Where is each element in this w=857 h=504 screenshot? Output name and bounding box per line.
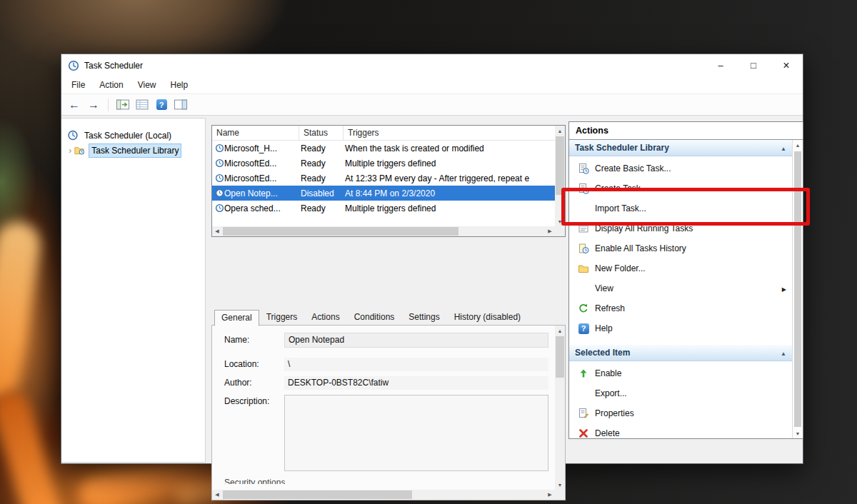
scroll-down-icon[interactable] [793,428,803,438]
submenu-arrow-icon [782,283,786,293]
tab-actions[interactable]: Actions [304,309,346,326]
task-row-selected[interactable]: Open Notep... Disabled At 8:44 PM on 2/3… [212,186,555,201]
scroll-up-icon[interactable] [793,140,803,150]
properties-icon [578,408,589,419]
action-create-basic-task[interactable]: Create Basic Task... [569,158,792,178]
task-triggers: At 12:33 PM every day - After triggered,… [341,173,555,183]
description-label: Description: [224,396,269,406]
task-name: MicrosoftEd... [224,173,296,183]
console-tree-pane: Task Scheduler (Local) Task Scheduler Li… [61,118,206,463]
menu-view[interactable]: View [131,77,164,93]
library-folder-icon [74,145,85,156]
task-list-pane: Name Status Triggers Microsoft_H... Read… [211,125,566,237]
close-button[interactable]: × [770,54,803,76]
scroll-left-icon[interactable] [212,490,222,500]
section-header-label: Task Scheduler Library [575,143,669,153]
new-folder-icon [578,263,589,274]
toolbar-separator [108,99,109,111]
scroll-left-icon[interactable] [212,226,222,236]
scroll-up-icon[interactable] [555,126,565,136]
details-horizontal-scrollbar[interactable] [212,490,555,500]
action-delete[interactable]: Delete [569,423,792,443]
collapse-icon[interactable] [781,143,786,153]
action-new-folder[interactable]: New Folder... [569,258,792,278]
action-label: Create Basic Task... [595,163,671,173]
help-toolbar-button[interactable]: ? [154,99,169,111]
action-view[interactable]: View [569,278,792,298]
column-header-triggers[interactable]: Triggers [344,126,555,140]
action-pane-toolbar-button[interactable] [174,99,188,111]
scrollbar-thumb[interactable] [223,227,458,236]
menu-bar: File Action View Help [61,76,803,94]
scroll-right-icon[interactable] [545,226,555,236]
scrollbar-thumb[interactable] [556,336,564,378]
desktop-background: Task Scheduler – □ × File Action View He… [0,0,857,504]
refresh-icon [578,303,589,314]
enable-icon [578,368,589,379]
forward-button[interactable]: → [86,99,101,111]
task-row[interactable]: MicrosoftEd... Ready At 12:33 PM every d… [212,171,555,186]
help-icon: ? [156,99,167,110]
action-refresh[interactable]: Refresh [569,298,792,318]
action-enable[interactable]: Enable [569,363,792,383]
window-title: Task Scheduler [84,61,704,71]
column-header-status[interactable]: Status [299,126,344,140]
menu-action[interactable]: Action [92,77,130,93]
task-row[interactable]: Microsoft_H... Ready When the task is cr… [212,141,555,156]
scrollbar-thumb[interactable] [556,136,564,195]
minimize-button[interactable]: – [704,54,737,76]
tab-conditions[interactable]: Conditions [347,309,402,326]
section-header-selected-item[interactable]: Selected Item [569,345,792,361]
action-export[interactable]: Export... [569,383,792,403]
task-status: Ready [296,173,341,183]
action-label: Help [595,323,613,333]
tree-item-task-scheduler-library[interactable]: Task Scheduler Library [61,143,205,158]
menu-file[interactable]: File [64,77,92,93]
task-status: Ready [296,158,341,168]
actions-vertical-scrollbar[interactable] [792,140,803,438]
security-options-clipped-label: Security options [224,478,285,484]
column-header-name[interactable]: Name [212,126,299,140]
action-label: Properties [595,408,634,418]
task-row[interactable]: Opera sched... Ready Multiple triggers d… [212,201,555,216]
details-vertical-scrollbar[interactable] [555,326,565,490]
task-name: Open Notep... [224,188,296,198]
tab-general[interactable]: General [214,310,259,326]
library-actions-list: Create Basic Task... Create Task... Impo… [569,156,792,338]
scroll-up-icon[interactable] [555,326,565,336]
action-label: Delete [595,428,620,438]
action-label: Refresh [595,303,625,313]
description-field[interactable] [284,395,548,471]
task-details-pane: General Triggers Actions Conditions Sett… [211,309,566,500]
action-help[interactable]: ? Help [569,318,792,338]
titlebar[interactable]: Task Scheduler – □ × [61,54,803,76]
bulb-filament-glow [0,387,69,504]
expand-chevron-icon[interactable] [69,145,74,156]
action-properties[interactable]: Properties [569,403,792,423]
tab-triggers[interactable]: Triggers [259,309,305,326]
scroll-down-icon[interactable] [555,480,565,490]
task-clock-icon [212,203,224,213]
action-enable-all-tasks-history[interactable]: Enable All Tasks History [569,238,792,258]
menu-help[interactable]: Help [164,77,196,93]
scroll-right-icon[interactable] [545,490,555,500]
name-field[interactable]: Open Notepad [284,333,548,348]
scrollbar-thumb[interactable] [223,490,412,499]
maximize-button[interactable]: □ [737,54,770,76]
console-tree-toolbar-button[interactable] [116,99,130,111]
list-view-toolbar-button[interactable] [135,99,149,111]
name-label: Name: [224,335,249,345]
tab-history[interactable]: History (disabled) [447,309,528,326]
action-label: Enable [595,368,621,378]
tab-settings[interactable]: Settings [401,309,446,326]
tree-item-task-scheduler-local[interactable]: Task Scheduler (Local) [61,128,205,143]
task-row[interactable]: MicrosoftEd... Ready Multiple triggers d… [212,156,555,171]
task-clock-icon [212,143,224,153]
section-header-task-scheduler-library[interactable]: Task Scheduler Library [569,140,792,156]
list-horizontal-scrollbar[interactable] [212,226,555,236]
task-triggers: Multiple triggers defined [341,203,555,213]
task-list-body: Microsoft_H... Ready When the task is cr… [212,141,555,226]
back-button[interactable]: ← [67,99,81,111]
help-icon: ? [578,323,589,334]
collapse-icon[interactable] [781,348,786,358]
